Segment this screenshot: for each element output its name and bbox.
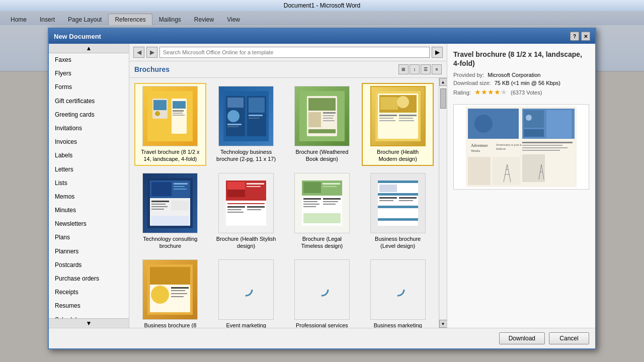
template-thumb-tech-consulting (142, 173, 198, 233)
template-professional-services[interactable]: Professional services (286, 256, 358, 328)
grid-scroll-track[interactable] (440, 86, 447, 320)
template-label-business-marketing: Business marketing (374, 322, 422, 328)
svg-rect-124 (522, 150, 560, 151)
svg-point-3 (155, 111, 160, 116)
sidebar-item-letters[interactable]: Letters (49, 163, 129, 176)
template-legal[interactable]: Brochure (Legal Timeless design) (286, 170, 358, 253)
template-travel[interactable]: Travel brochure (8 1/2 x 14, landscape, … (134, 83, 206, 166)
view-btn-4[interactable]: ≡ (432, 64, 442, 74)
svg-rect-16 (249, 98, 265, 113)
sidebar-item-newsletters[interactable]: Newsletters (49, 217, 129, 231)
template-business-marketing[interactable]: Business marketing (362, 256, 434, 328)
search-input[interactable] (159, 47, 430, 58)
sidebar-item-invoices[interactable]: Invoices (49, 135, 129, 149)
svg-rect-34 (379, 118, 393, 119)
svg-rect-7 (173, 113, 183, 114)
grid-scroll-down[interactable]: ▼ (439, 320, 447, 328)
content-header: Brochures ⊞ ↕ ☰ ≡ (129, 61, 447, 78)
svg-rect-47 (151, 204, 166, 205)
provided-by-label: Provided by: (453, 72, 484, 78)
title-bar: Document1 - Microsoft Word (0, 0, 644, 11)
sidebar-scroll-down[interactable]: ▼ (49, 318, 129, 328)
sidebar-item-planners[interactable]: Planners (49, 245, 129, 258)
svg-rect-33 (379, 115, 397, 116)
download-button[interactable]: Download (499, 332, 545, 344)
sidebar-item-postcards[interactable]: Postcards (49, 258, 129, 272)
search-back-button[interactable]: ◀ (133, 47, 144, 58)
sidebar-item-greeting-cards[interactable]: Greeting cards (49, 108, 129, 122)
svg-rect-119 (524, 129, 544, 137)
view-btn-3[interactable]: ☰ (421, 64, 431, 74)
svg-rect-92 (150, 267, 190, 285)
svg-rect-22 (308, 112, 321, 127)
svg-rect-83 (378, 206, 418, 208)
grid-scroll-up[interactable]: ▲ (439, 78, 447, 86)
search-forward-button[interactable]: ▶ (146, 47, 157, 58)
svg-rect-38 (399, 120, 414, 121)
template-event-marketing[interactable]: Event marketing (210, 256, 282, 328)
template-label-tech-consulting: Technology consulting brochure (140, 235, 200, 250)
sidebar-item-resumes[interactable]: Resumes (49, 299, 129, 313)
svg-rect-95 (171, 290, 185, 291)
template-tech-consulting[interactable]: Technology consulting brochure (134, 170, 206, 253)
sidebar-item-receipts[interactable]: Receipts (49, 286, 129, 299)
view-btn-1[interactable]: ⊞ (398, 64, 409, 74)
template-health-stylish[interactable]: Brochure (Health Stylish design) (210, 170, 282, 253)
template-label-weathered: Brochure (Weathered Book design) (292, 148, 352, 163)
template-weathered[interactable]: Brochure (Weathered Book design) (286, 83, 358, 166)
modal-close-button[interactable]: ✕ (581, 32, 590, 41)
sidebar-item-invitations[interactable]: Invitations (49, 122, 129, 135)
template-label-travel: Travel brochure (8 1/2 x 14, landscape, … (140, 148, 200, 163)
sidebar-item-faxes[interactable]: Faxes (49, 53, 129, 67)
modal-help-button[interactable]: ? (570, 32, 579, 41)
svg-rect-5 (173, 101, 186, 109)
svg-point-118 (526, 115, 532, 121)
svg-rect-78 (303, 213, 341, 223)
preview-title: Travel brochure (8 1/2 x 14, landscape, … (453, 50, 589, 68)
svg-rect-50 (171, 201, 189, 211)
cancel-button[interactable]: Cancel (549, 332, 589, 344)
svg-rect-11 (227, 98, 244, 108)
svg-rect-121 (522, 142, 573, 143)
loading-spinner-event (238, 282, 254, 297)
content-title: Brochures (134, 65, 170, 73)
search-go-button[interactable]: ▶ (432, 47, 443, 58)
template-thumb-business-level (370, 173, 426, 233)
sidebar-item-labels[interactable]: Labels (49, 149, 129, 162)
sidebar-item-lists[interactable]: Lists (49, 176, 129, 190)
sidebar-item-plans[interactable]: Plans (49, 231, 129, 244)
svg-rect-86 (379, 197, 397, 199)
sidebar-item-flyers[interactable]: Flyers (49, 67, 129, 80)
sidebar-item-memos[interactable]: Memos (49, 190, 129, 204)
sidebar-scroll-up[interactable]: ▲ (49, 44, 129, 53)
svg-rect-77 (323, 204, 336, 205)
sidebar-item-minutes[interactable]: Minutes (49, 204, 129, 217)
svg-rect-123 (522, 147, 568, 148)
template-label-professional-services: Professional services (296, 322, 348, 328)
svg-rect-17 (249, 115, 263, 116)
template-tech-business[interactable]: Technology business brochure (2-pg, 11 x… (210, 83, 282, 166)
sidebar-item-purchase-orders[interactable]: Purchase orders (49, 272, 129, 286)
sidebar-item-gift-certificates[interactable]: Gift certificates (49, 95, 129, 108)
preview-image: Adventure Works Americans is just a beli… (453, 104, 589, 190)
svg-rect-35 (379, 120, 395, 121)
template-health-modern[interactable]: Brochure (Health Modern design) (362, 83, 434, 166)
svg-point-32 (397, 96, 409, 108)
modal-content: ▲ Faxes Flyers Forms Gift certificates G… (49, 44, 595, 328)
template-label-health-stylish: Brochure (Health Stylish design) (216, 235, 276, 250)
view-btn-2[interactable]: ↕ (410, 64, 420, 74)
preview-download-size: Download size: 75 KB (<1 min @ 56 Kbps) (453, 80, 589, 86)
svg-rect-49 (151, 209, 164, 210)
template-business-812[interactable]: Business brochure (8 1/2... (134, 256, 206, 328)
window-title: Document1 - Microsoft Word (284, 2, 361, 9)
svg-rect-36 (399, 115, 417, 116)
svg-rect-125 (522, 154, 545, 182)
download-size-label: Download size: (453, 80, 491, 86)
svg-rect-89 (399, 200, 413, 201)
svg-rect-43 (174, 183, 188, 185)
template-label-tech-business: Technology business brochure (2-pg, 11 x… (216, 148, 276, 163)
template-business-level[interactable]: Business brochure (Level design) (362, 170, 434, 253)
svg-rect-42 (151, 182, 172, 196)
grid-scroll-thumb[interactable] (440, 88, 446, 109)
sidebar-item-forms[interactable]: Forms (49, 80, 129, 94)
